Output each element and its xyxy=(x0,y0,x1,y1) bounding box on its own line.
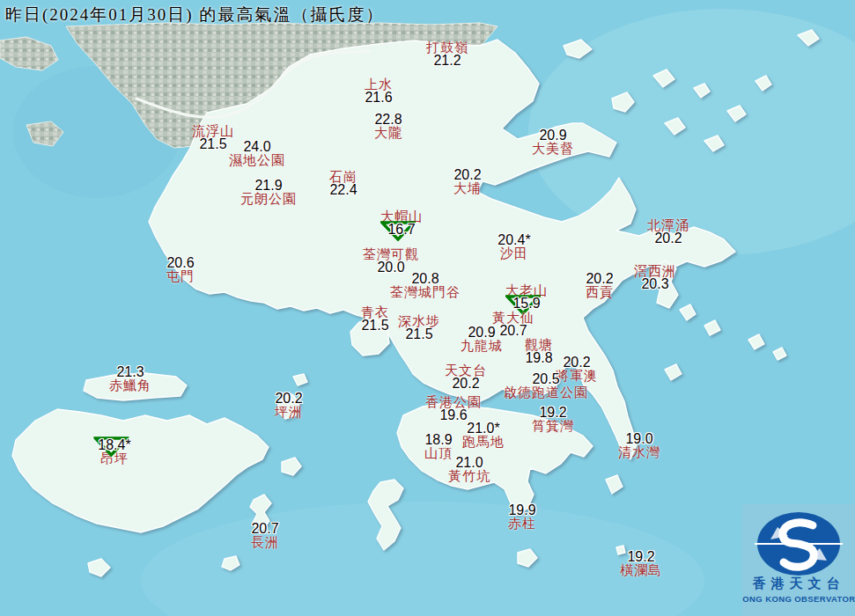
station-name: 跑馬地 xyxy=(462,435,505,449)
station-temperature: 20.2 xyxy=(556,356,598,369)
station-temperature: 20.9 xyxy=(461,326,503,339)
station-27: 21.3赤鱲角 xyxy=(109,366,151,392)
logo-title-en: HONG KONG OBSERVATORY xyxy=(742,594,855,604)
station-16: 大老山15.9 xyxy=(505,283,548,310)
station-3: 22.8大隴 xyxy=(374,114,402,140)
station-temperature: 21.0* xyxy=(462,422,505,435)
station-name: 啟德跑道公園 xyxy=(504,385,588,400)
station-35: 21.0黃竹坑 xyxy=(448,457,490,483)
station-name: 赤柱 xyxy=(508,517,536,531)
station-temperature: 21.5 xyxy=(192,138,234,150)
station-name: 沙田 xyxy=(498,246,530,260)
station-temperature: 19.0 xyxy=(618,433,660,445)
station-temperature: 21.6 xyxy=(365,92,393,104)
station-1: 打鼓嶺21.2 xyxy=(426,40,468,67)
station-temperature: 20.4* xyxy=(498,234,530,246)
station-temperature: 22.4 xyxy=(329,184,357,196)
logo-title-zh: 香港天文台 xyxy=(752,576,845,590)
station-30: 18.4*昂坪 xyxy=(98,439,130,466)
station-name: 長洲 xyxy=(251,535,279,549)
station-9: 20.2大埔 xyxy=(453,169,482,195)
station-name: 大埔 xyxy=(453,181,482,195)
station-4: 流浮山21.5 xyxy=(192,124,234,150)
station-7: 石崗22.4 xyxy=(329,170,357,196)
station-temperature: 20.2 xyxy=(586,273,614,285)
station-temperature: 19.8 xyxy=(525,352,553,364)
station-14: 20.6屯門 xyxy=(166,257,195,283)
station-temperature: 21.5 xyxy=(398,328,440,341)
station-name: 赤鱲角 xyxy=(109,378,151,392)
station-temperature: 19.9 xyxy=(508,504,536,517)
station-temperature: 15.9 xyxy=(505,297,548,310)
station-temperature: 21.0 xyxy=(448,457,490,469)
station-temperature: 21.5 xyxy=(361,319,389,332)
station-temperature: 19.2 xyxy=(532,407,574,419)
station-name: 元朗公園 xyxy=(240,192,297,206)
station-11: 大帽山16.7 xyxy=(380,209,423,236)
station-temperature: 21.9 xyxy=(240,180,297,192)
station-name: 屯門 xyxy=(166,269,195,283)
station-name: 黃竹坑 xyxy=(448,469,490,483)
station-29: 香港公園19.6 xyxy=(425,395,482,422)
station-name: 濕地公園 xyxy=(229,153,285,167)
station-name: 大美督 xyxy=(532,142,574,156)
station-19: 青衣21.5 xyxy=(361,305,389,332)
station-22: 20.9九龍城 xyxy=(461,326,503,353)
station-26: 天文台20.2 xyxy=(445,363,487,390)
station-temperature: 22.8 xyxy=(374,114,402,126)
station-temperature: 20.2 xyxy=(453,169,482,181)
station-name: 荃灣城門谷 xyxy=(390,285,461,299)
station-temperature: 21.2 xyxy=(426,55,468,67)
station-8: 20.9大美督 xyxy=(532,129,574,156)
station-name: 坪洲 xyxy=(275,405,303,419)
station-name: 九龍城 xyxy=(461,339,503,353)
station-name: 大隴 xyxy=(374,126,402,140)
station-18: 滘西洲20.3 xyxy=(634,264,676,290)
station-name: 清水灣 xyxy=(618,445,660,459)
station-6: 21.9元朗公園 xyxy=(240,180,297,206)
station-20: 深水埗21.5 xyxy=(398,314,440,341)
hko-logo: 香港天文台 HONG KONG OBSERVATORY xyxy=(742,504,855,616)
station-temperature: 20.6 xyxy=(166,257,195,269)
station-2: 上水21.6 xyxy=(365,77,393,104)
station-17: 20.2西貢 xyxy=(586,273,614,299)
station-temperature: 20.7 xyxy=(251,523,279,535)
station-23: 觀塘19.8 xyxy=(525,338,553,364)
station-temperature: 20.9 xyxy=(532,129,574,142)
station-37: 20.7長洲 xyxy=(251,523,279,549)
station-33: 19.2筲箕灣 xyxy=(532,407,574,433)
station-temperature: 20.5 xyxy=(504,373,588,385)
station-temperature: 20.3 xyxy=(634,278,676,290)
station-temperature: 20.8 xyxy=(390,273,461,285)
station-13: 荃灣可觀20.0 xyxy=(363,247,419,274)
station-temperature: 24.0 xyxy=(229,141,285,153)
station-31: 21.0*跑馬地 xyxy=(462,422,505,449)
station-temperature: 18.4* xyxy=(98,439,130,451)
station-name: 筲箕灣 xyxy=(532,419,574,433)
temperature-map-page: 昨日(2024年01月30日) 的最高氣溫（攝氏度） 打鼓嶺21.2上水21.6… xyxy=(0,0,855,616)
station-38: 19.2橫瀾島 xyxy=(620,551,662,577)
station-temperature: 20.2 xyxy=(647,232,689,245)
station-temperature: 19.6 xyxy=(425,409,482,422)
station-15: 20.8荃灣城門谷 xyxy=(390,273,461,299)
station-temperature: 19.2 xyxy=(620,551,662,563)
station-name: 橫瀾島 xyxy=(620,563,662,577)
station-labels-layer: 打鼓嶺21.2上水21.622.8大隴流浮山21.524.0濕地公園21.9元朗… xyxy=(0,0,855,616)
station-10: 北潭涌20.2 xyxy=(647,218,689,245)
station-temperature: 18.9 xyxy=(424,434,453,446)
station-34: 19.0清水灣 xyxy=(618,433,660,459)
station-25: 20.5啟德跑道公園 xyxy=(504,373,588,400)
station-temperature: 16.7 xyxy=(380,224,423,236)
station-name: 西貢 xyxy=(586,285,614,299)
station-temperature: 20.2 xyxy=(445,378,487,390)
station-5: 24.0濕地公園 xyxy=(229,141,285,167)
station-36: 19.9赤柱 xyxy=(508,504,536,531)
station-temperature: 21.3 xyxy=(109,366,151,378)
station-temperature: 20.2 xyxy=(275,392,303,405)
station-12: 20.4*沙田 xyxy=(498,234,530,260)
station-28: 20.2坪洲 xyxy=(275,392,303,419)
